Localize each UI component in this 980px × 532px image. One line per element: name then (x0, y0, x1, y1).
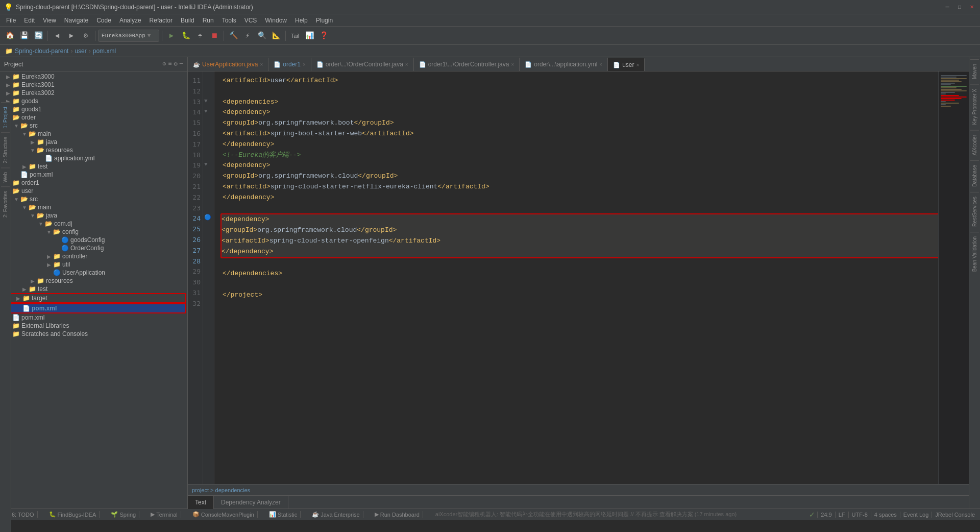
git-btn[interactable]: 📊 (303, 29, 316, 42)
status-rundashboard[interactable]: ▶ Run Dashboard (372, 511, 423, 518)
sidebar-collapse-btn[interactable]: ≡ (168, 60, 172, 68)
rebuild-btn[interactable]: ⚡ (241, 29, 254, 42)
tree-item-user[interactable]: ▼ 📂 user (0, 187, 187, 195)
tab-close-ordercontroller1[interactable]: × (405, 62, 408, 67)
menu-view[interactable]: View (39, 16, 60, 25)
tree-item-order-applicationyml[interactable]: 📄 application.yml (0, 154, 187, 162)
fold-24[interactable]: 🔵 (204, 213, 214, 224)
tree-item-order-pomxml[interactable]: 📄 pom.xml (0, 171, 187, 179)
tail-btn[interactable]: Tail (288, 29, 302, 42)
bottom-tab-dependency[interactable]: Dependency Analyzer (214, 496, 288, 509)
tree-item-eureka3001[interactable]: ▶ 📁 Eureka3001 (0, 81, 187, 89)
right-tool-database[interactable]: Database (970, 160, 979, 191)
sidebar-close-btn[interactable]: ─ (180, 60, 183, 68)
menu-analyze[interactable]: Analyze (115, 16, 145, 25)
breadcrumb-root[interactable]: Spring-cloud-parent (15, 47, 68, 55)
menu-vcs[interactable]: VCS (240, 16, 261, 25)
tab-ordercontroller1[interactable]: 📄 order\...\OrderController.java × (311, 58, 414, 71)
forward-btn[interactable]: ▶ (65, 29, 78, 42)
tree-item-order-src[interactable]: ▼ 📂 src (0, 122, 187, 130)
menu-edit[interactable]: Edit (20, 16, 39, 25)
project-icon-btn[interactable]: 🏠 (3, 29, 16, 42)
sync-btn[interactable]: 🔄 (32, 29, 45, 42)
tab-order1[interactable]: 📄 order1 × (268, 58, 311, 71)
tree-item-user-src[interactable]: ▼ 📂 src (0, 195, 187, 203)
breadcrumb-file[interactable]: pom.xml (93, 47, 116, 55)
status-terminal[interactable]: ▶ Terminal (148, 511, 181, 518)
stop-btn[interactable]: ⏹ (208, 29, 221, 42)
tab-ordercontroller2[interactable]: 📄 order1\...\OrderController.java × (414, 58, 520, 71)
tab-userapplication[interactable]: ☕ UserApplication.java × (188, 58, 268, 71)
back-btn[interactable]: ◀ (51, 29, 64, 42)
code-lines[interactable]: <artifactId>user</artifactId> <dependenc… (214, 71, 938, 484)
run-btn[interactable]: ▶ (165, 29, 178, 42)
help-btn[interactable]: ❓ (317, 29, 330, 42)
tab-close-applicationyml[interactable]: × (599, 62, 602, 67)
tree-item-root-pomxml[interactable]: 📄 pom.xml (0, 313, 187, 322)
close-button[interactable]: ✕ (968, 3, 976, 11)
status-spring[interactable]: 🌱 Spring (108, 511, 139, 518)
menu-refactor[interactable]: Refactor (145, 16, 177, 25)
tab-close-order1[interactable]: × (303, 62, 306, 67)
tab-close-userapplication[interactable]: × (260, 62, 263, 67)
menu-help[interactable]: Help (291, 16, 312, 25)
tab-applicationyml[interactable]: 📄 order\...\application.yml × (520, 58, 608, 71)
tree-item-goods[interactable]: ▶ 📁 goods (0, 97, 187, 105)
path-project[interactable]: project > dependencies (192, 487, 250, 493)
debug-btn[interactable]: 🐛 (179, 29, 192, 42)
tree-item-user-java[interactable]: ▼ 📂 java (0, 211, 187, 220)
tree-item-eureka3002[interactable]: ▶ 📁 Eureka3002 (0, 89, 187, 97)
tree-item-order-main[interactable]: ▼ 📂 main (0, 130, 187, 138)
tree-item-order-java[interactable]: ▶ 📁 java (0, 138, 187, 146)
fold-19[interactable]: ▼ (204, 160, 214, 171)
save-btn[interactable]: 💾 (17, 29, 31, 42)
tree-item-user-main[interactable]: ▼ 📂 main (0, 203, 187, 211)
status-eventlog[interactable]: Event Log (900, 512, 932, 518)
bottom-tab-text[interactable]: Text (188, 496, 214, 509)
tree-item-user-test[interactable]: ▶ 📁 test (0, 285, 187, 293)
right-tool-keypromoter[interactable]: Key Promoter X (970, 84, 979, 129)
sidebar-add-btn[interactable]: ⊕ (162, 60, 166, 68)
left-tool-project[interactable]: 1: Project (1, 102, 10, 132)
right-tool-beanvalidation[interactable]: Bean Validation (970, 232, 979, 276)
tab-close-user[interactable]: × (636, 62, 640, 68)
status-encoding[interactable]: UTF-8 (848, 512, 871, 518)
tab-close-ordercontroller2[interactable]: × (511, 62, 514, 67)
status-javaenterprise[interactable]: ☕ Java Enterprise (309, 511, 363, 518)
status-findbugs[interactable]: 🐛 FindBugs-IDEA (46, 511, 100, 518)
menu-run[interactable]: Run (199, 16, 218, 25)
tree-item-user-util[interactable]: ▶ 📁 util (0, 260, 187, 269)
fold-13[interactable]: ▼ (204, 97, 214, 108)
build-btn[interactable]: 🔨 (227, 29, 240, 42)
menu-navigate[interactable]: Navigate (60, 16, 92, 25)
search-btn[interactable]: 🔍 (255, 29, 268, 42)
tree-item-user-application[interactable]: 🔵 UserApplication (0, 269, 187, 277)
fold-14[interactable]: ▼ (204, 107, 214, 118)
tree-item-user-controller[interactable]: ▶ 📁 controller (0, 252, 187, 260)
tree-item-external-libs[interactable]: ▶ 📁 External Libraries (0, 322, 187, 330)
breadcrumb-user[interactable]: user (75, 47, 86, 55)
tree-item-order[interactable]: ▼ 📂 order (0, 113, 187, 122)
tree-item-user-comdj[interactable]: ▼ 📂 com.dj (0, 220, 187, 228)
status-lf[interactable]: LF (835, 512, 848, 518)
minimize-button[interactable]: ─ (943, 3, 951, 11)
calc-btn[interactable]: 📐 (270, 29, 283, 42)
sidebar-settings-btn[interactable]: ⚙ (174, 60, 178, 68)
status-statistic[interactable]: 📊 Statistic (266, 511, 301, 518)
left-tool-structure[interactable]: 2: Structure (1, 132, 10, 167)
tree-item-scratches[interactable]: ▶ 📁 Scratches and Consoles (0, 330, 187, 338)
status-consolemaven[interactable]: 📦 ConsoleMavenPlugin (189, 511, 258, 518)
tree-item-user-resources[interactable]: ▶ 📁 resources (0, 277, 187, 285)
right-tool-aixcoder[interactable]: AiXcoder (970, 130, 979, 160)
left-tool-favorites[interactable]: 2: Favorites (1, 186, 10, 222)
tab-user[interactable]: 📄 user × (608, 58, 645, 71)
menu-window[interactable]: Window (261, 16, 291, 25)
menu-plugin[interactable]: Plugin (312, 16, 337, 25)
tree-item-user-target[interactable]: ▶ 📁 target (1, 293, 186, 303)
tree-item-order1[interactable]: ▶ 📁 order1 (0, 179, 187, 187)
tree-item-order-test[interactable]: ▶ 📁 test (0, 162, 187, 171)
tree-item-goods1[interactable]: ▶ 📁 goods1 (0, 105, 187, 113)
coverage-btn[interactable]: ☂ (193, 29, 207, 42)
tree-item-user-orderconfig[interactable]: 🔵 OrderConfig (0, 244, 187, 252)
menu-build[interactable]: Build (177, 16, 199, 25)
